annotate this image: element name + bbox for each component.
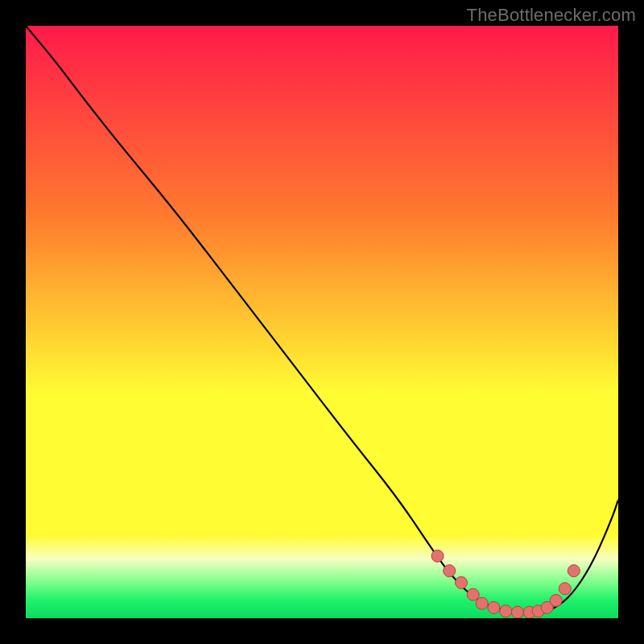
chart-svg (26, 26, 618, 618)
curve-marker (456, 576, 468, 588)
curve-marker (511, 606, 523, 618)
plot-area (26, 26, 618, 618)
curve-marker (431, 550, 444, 562)
curve-marker (444, 565, 456, 577)
curve-marker (467, 588, 479, 601)
chart-frame: TheBottlenecker.com (0, 0, 644, 644)
curve-marker (568, 565, 580, 577)
curve-marker (476, 597, 488, 609)
curve-marker (488, 601, 500, 613)
curve-marker (550, 594, 562, 606)
attribution-text: TheBottlenecker.com (467, 5, 636, 26)
curve-marker (500, 605, 512, 617)
gradient-background (26, 26, 618, 618)
curve-marker (559, 583, 571, 595)
